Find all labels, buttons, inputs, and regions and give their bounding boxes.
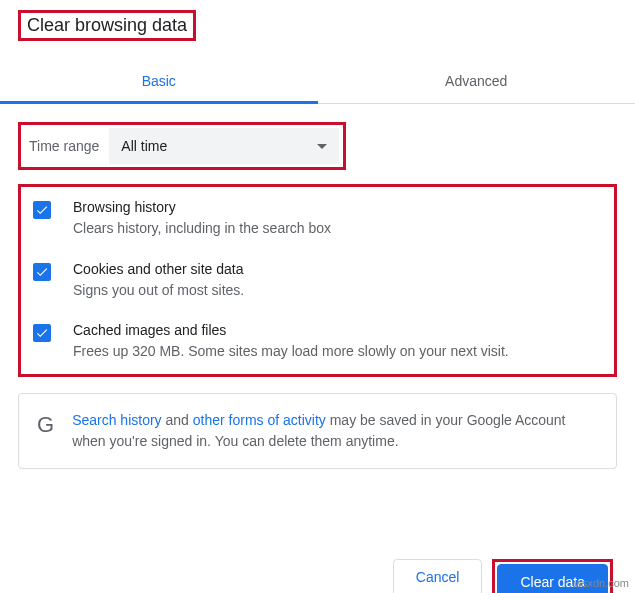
- dialog-actions: Cancel Clear data: [0, 469, 635, 593]
- clear-browsing-data-dialog: Clear browsing data Basic Advanced Time …: [0, 0, 635, 593]
- notice-text: Search history and other forms of activi…: [72, 410, 598, 452]
- option-desc: Signs you out of most sites.: [73, 281, 606, 301]
- link-search-history[interactable]: Search history: [72, 412, 161, 428]
- tabs: Basic Advanced: [0, 59, 635, 104]
- watermark: wsxdn.com: [574, 577, 629, 589]
- option-browsing-history: Browsing history Clears history, includi…: [29, 199, 606, 239]
- option-cache: Cached images and files Frees up 320 MB.…: [29, 322, 606, 362]
- option-title: Cached images and files: [73, 322, 606, 338]
- checkbox-browsing-history[interactable]: [33, 201, 51, 219]
- time-range-label: Time range: [25, 130, 109, 162]
- check-icon: [35, 265, 49, 279]
- google-g-icon: G: [37, 412, 54, 438]
- google-account-notice: G Search history and other forms of acti…: [18, 393, 617, 469]
- options-group: Browsing history Clears history, includi…: [18, 184, 617, 377]
- option-desc: Clears history, including in the search …: [73, 219, 606, 239]
- checkbox-cookies[interactable]: [33, 263, 51, 281]
- time-range-value: All time: [121, 138, 167, 154]
- option-desc: Frees up 320 MB. Some sites may load mor…: [73, 342, 606, 362]
- dialog-title: Clear browsing data: [18, 10, 196, 41]
- time-range-select[interactable]: All time: [109, 128, 339, 164]
- option-cookies: Cookies and other site data Signs you ou…: [29, 261, 606, 301]
- check-icon: [35, 326, 49, 340]
- time-range-row: Time range All time: [18, 122, 346, 170]
- checkbox-cache[interactable]: [33, 324, 51, 342]
- tab-basic[interactable]: Basic: [0, 59, 318, 103]
- option-title: Cookies and other site data: [73, 261, 606, 277]
- tab-advanced[interactable]: Advanced: [318, 59, 636, 103]
- link-other-activity[interactable]: other forms of activity: [193, 412, 326, 428]
- check-icon: [35, 203, 49, 217]
- option-title: Browsing history: [73, 199, 606, 215]
- cancel-button[interactable]: Cancel: [393, 559, 483, 593]
- chevron-down-icon: [317, 144, 327, 149]
